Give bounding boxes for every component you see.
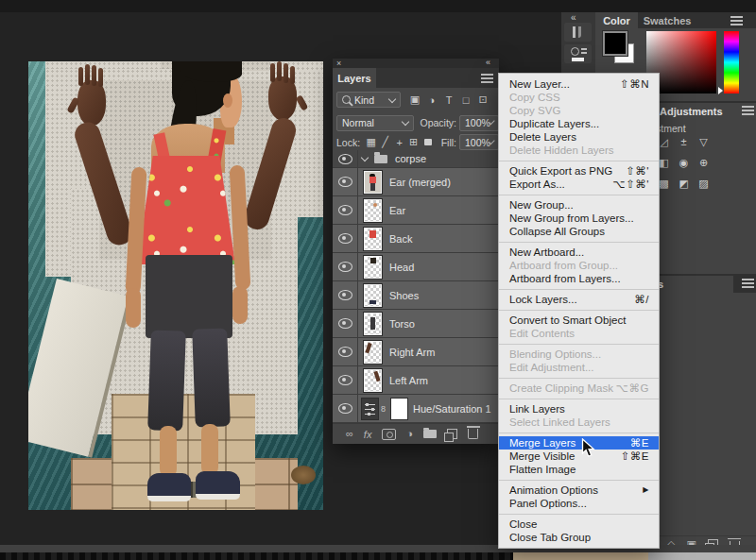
adjustment-layer-icon[interactable] bbox=[362, 399, 378, 419]
lock-artboard-icon[interactable]: ⊞ bbox=[406, 136, 421, 148]
layer-thumbnail[interactable] bbox=[364, 199, 382, 222]
layer-row-ear-merged[interactable]: Ear (merged) bbox=[333, 168, 499, 196]
tab-swatches[interactable]: Swatches bbox=[638, 12, 696, 28]
lock-paint-icon[interactable]: ╱ bbox=[378, 136, 392, 148]
layer-thumbnail[interactable] bbox=[364, 369, 382, 392]
layer-row-torso[interactable]: Torso bbox=[333, 310, 499, 338]
filter-adjustment-layers-icon[interactable]: ◑ bbox=[423, 94, 440, 106]
foreground-color-swatch[interactable] bbox=[603, 31, 627, 56]
collapse-panel-icon[interactable]: « bbox=[486, 59, 490, 67]
lock-transparent-pixels-icon[interactable]: ▦ bbox=[364, 136, 378, 148]
layer-thumbnail[interactable] bbox=[364, 171, 382, 194]
menu-item-select-linked-layers[interactable]: Select Linked Layers bbox=[499, 416, 659, 429]
menu-item-flatten-image[interactable]: Flatten Image bbox=[499, 463, 659, 476]
new-adjustment-layer-icon[interactable]: ◑ bbox=[406, 429, 413, 439]
filter-kind-dropdown[interactable]: Kind bbox=[336, 92, 401, 108]
fill-dropdown[interactable]: 100% bbox=[459, 134, 499, 150]
lower-right-panel-menu-icon[interactable] bbox=[742, 282, 754, 284]
new-group-icon[interactable] bbox=[423, 430, 437, 438]
layer-row-hue-saturation[interactable]: 8 Hue/Saturation 1 bbox=[333, 395, 499, 423]
layer-mask-thumbnail[interactable] bbox=[391, 399, 407, 419]
menu-item-new-group-from-layers[interactable]: New Group from Layers... bbox=[499, 212, 659, 225]
visibility-eye-icon[interactable] bbox=[333, 395, 358, 422]
lock-all-icon[interactable] bbox=[424, 139, 432, 145]
filter-shape-layers-icon[interactable]: □ bbox=[457, 94, 474, 106]
layer-row-ear[interactable]: Ear bbox=[333, 196, 499, 225]
menu-item-new-group[interactable]: New Group... bbox=[499, 198, 659, 212]
menu-item-delete-hidden-layers[interactable]: Delete Hidden Layers bbox=[499, 144, 659, 157]
layer-row-back[interactable]: Back bbox=[333, 225, 499, 253]
menu-item-edit-adjustment[interactable]: Edit Adjustment... bbox=[499, 361, 659, 374]
layer-group-row[interactable]: corpse bbox=[333, 150, 499, 168]
menu-item-quick-export-png[interactable]: Quick Export as PNG⇧⌘' bbox=[499, 164, 659, 178]
layer-thumbnail[interactable] bbox=[364, 256, 382, 279]
menu-item-export-as[interactable]: Export As...⌥⇧⌘' bbox=[499, 178, 659, 191]
filter-pixel-layers-icon[interactable]: ▣ bbox=[406, 93, 423, 106]
layers-panel-menu-icon[interactable] bbox=[481, 77, 493, 79]
menu-item-animation-options[interactable]: Animation Options▶ bbox=[499, 484, 659, 497]
collapse-dock-icon[interactable]: « bbox=[571, 12, 576, 23]
vibrance-icon[interactable]: ▽ bbox=[696, 135, 712, 149]
menu-item-merge-layers[interactable]: Merge Layers⌘E bbox=[499, 436, 659, 450]
tab-color[interactable]: Color bbox=[595, 12, 638, 28]
group-expand-chevron-icon[interactable] bbox=[361, 154, 369, 161]
menu-item-delete-layers[interactable]: Delete Layers bbox=[499, 130, 659, 144]
menu-item-collapse-all-groups[interactable]: Collapse All Groups bbox=[499, 225, 659, 238]
photo-filter-icon[interactable]: ◉ bbox=[676, 156, 692, 170]
visibility-eye-icon[interactable] bbox=[333, 150, 358, 168]
layer-thumbnail[interactable] bbox=[364, 228, 382, 250]
visibility-eye-icon[interactable] bbox=[333, 281, 358, 309]
exposure-icon[interactable]: ± bbox=[676, 135, 692, 149]
menu-item-blending-options[interactable]: Blending Options... bbox=[499, 348, 659, 361]
opacity-dropdown[interactable]: 100% bbox=[459, 115, 499, 131]
collapsed-panel-button-1[interactable] bbox=[564, 23, 592, 42]
layer-row-right-arm[interactable]: Right Arm bbox=[333, 338, 499, 366]
hue-bar[interactable] bbox=[724, 31, 739, 93]
menu-item-link-layers[interactable]: Link Layers bbox=[499, 402, 659, 416]
visibility-eye-icon[interactable] bbox=[333, 253, 358, 280]
layer-style-fx-icon[interactable]: fx bbox=[364, 429, 372, 440]
visibility-eye-icon[interactable] bbox=[333, 225, 358, 252]
menu-item-close-tab-group[interactable]: Close Tab Group bbox=[499, 531, 659, 544]
layer-row-head[interactable]: Head bbox=[333, 253, 499, 281]
close-panel-icon[interactable]: × bbox=[336, 60, 343, 67]
add-mask-icon[interactable] bbox=[382, 429, 396, 440]
visibility-eye-icon[interactable] bbox=[333, 168, 358, 195]
layer-thumbnail[interactable] bbox=[364, 313, 382, 335]
link-layers-icon[interactable]: ∞ bbox=[346, 429, 353, 439]
collapsed-panel-button-2[interactable] bbox=[564, 44, 592, 63]
canvas-image[interactable] bbox=[28, 61, 323, 510]
menu-item-merge-visible[interactable]: Merge Visible⇧⌘E bbox=[499, 450, 659, 463]
menu-item-close[interactable]: Close bbox=[499, 518, 659, 531]
filter-type-layers-icon[interactable]: T bbox=[440, 94, 457, 106]
channel-mixer-icon[interactable]: ⊕ bbox=[696, 156, 712, 170]
menu-item-edit-contents[interactable]: Edit Contents bbox=[499, 327, 659, 340]
visibility-eye-icon[interactable] bbox=[333, 310, 358, 337]
hue-slider-arrow[interactable] bbox=[718, 87, 723, 94]
menu-item-new-artboard[interactable]: New Artboard... bbox=[499, 246, 659, 259]
menu-item-artboard-from-group[interactable]: Artboard from Group... bbox=[499, 259, 659, 272]
layer-thumbnail[interactable] bbox=[364, 341, 382, 364]
visibility-eye-icon[interactable] bbox=[333, 196, 358, 224]
menu-item-copy-css[interactable]: Copy CSS bbox=[499, 91, 659, 104]
gradient-map-icon[interactable]: ▨ bbox=[696, 177, 712, 191]
filter-smart-objects-icon[interactable]: ⊡ bbox=[474, 93, 491, 106]
layer-thumbnail[interactable] bbox=[364, 284, 382, 307]
new-layer-icon[interactable] bbox=[447, 429, 457, 439]
layer-row-left-arm[interactable]: Left Arm bbox=[333, 366, 499, 395]
blend-mode-dropdown[interactable]: Normal bbox=[336, 115, 414, 131]
menu-item-convert-to-smart-object[interactable]: Convert to Smart Object bbox=[499, 314, 659, 327]
menu-item-copy-svg[interactable]: Copy SVG bbox=[499, 104, 659, 117]
adjustments-panel-menu-icon[interactable] bbox=[742, 110, 754, 111]
threshold-icon[interactable]: ◩ bbox=[676, 177, 692, 191]
lock-position-icon[interactable]: + bbox=[392, 137, 406, 148]
visibility-eye-icon[interactable] bbox=[333, 338, 358, 365]
tab-layers[interactable]: Layers bbox=[333, 68, 376, 88]
menu-item-duplicate-layers[interactable]: Duplicate Layers... bbox=[499, 117, 659, 130]
menu-item-new-layer[interactable]: New Layer...⇧⌘N bbox=[499, 77, 659, 91]
menu-item-panel-options[interactable]: Panel Options... bbox=[499, 497, 659, 510]
color-panel-menu-icon[interactable] bbox=[730, 20, 743, 22]
menu-item-lock-layers[interactable]: Lock Layers...⌘/ bbox=[499, 293, 659, 306]
delete-layer-icon[interactable] bbox=[468, 429, 478, 439]
menu-item-artboard-from-layers[interactable]: Artboard from Layers... bbox=[499, 272, 659, 285]
